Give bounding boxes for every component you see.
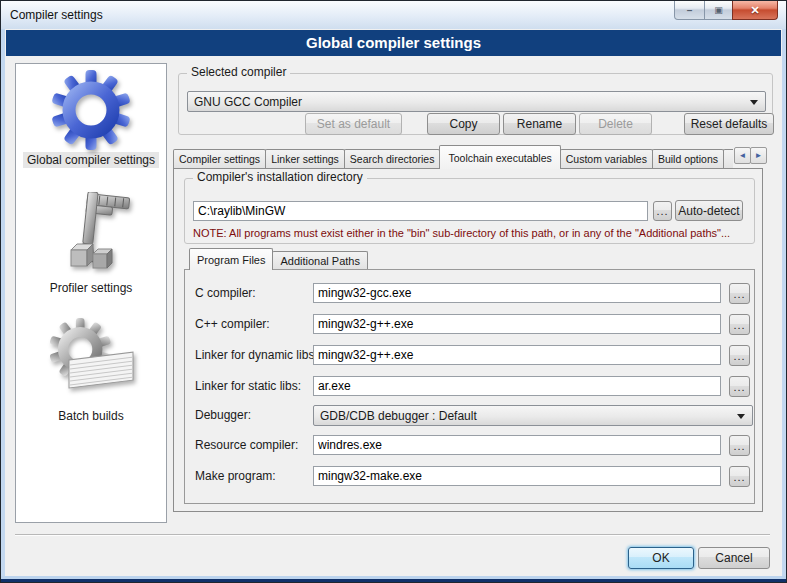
window-title: Compiler settings bbox=[10, 8, 103, 22]
installation-directory-group-label: Compiler's installation directory bbox=[193, 170, 367, 184]
toolchain-executables-panel: Compiler's installation directory ... Au… bbox=[173, 168, 763, 512]
directory-browse-button[interactable]: ... bbox=[653, 201, 672, 221]
field-label: Linker for static libs: bbox=[195, 379, 301, 393]
sidebar-item-batch-builds[interactable]: Batch builds bbox=[45, 318, 137, 424]
main-tabs: Compiler settings Linker settings Search… bbox=[173, 144, 767, 169]
c-compiler-input[interactable] bbox=[313, 283, 721, 303]
field-label: Debugger: bbox=[195, 408, 251, 422]
installation-directory-input[interactable] bbox=[193, 201, 648, 221]
tab-scroll-left-button[interactable]: ◄ bbox=[734, 147, 751, 164]
make-program-browse-button[interactable]: ... bbox=[729, 466, 750, 487]
close-button[interactable]: ✕ bbox=[732, 1, 778, 20]
window-bottom-edge bbox=[1, 576, 786, 582]
cpp-compiler-input[interactable] bbox=[313, 314, 721, 334]
reset-defaults-button[interactable]: Reset defaults bbox=[684, 113, 774, 135]
linker-dynamic-input[interactable] bbox=[313, 345, 721, 365]
cpp-compiler-browse-button[interactable]: ... bbox=[729, 314, 750, 335]
sidebar-item-global-compiler-settings[interactable]: Global compiler settings bbox=[23, 70, 159, 168]
page-title: Global compiler settings bbox=[6, 30, 781, 56]
tab-linker-settings[interactable]: Linker settings bbox=[265, 149, 345, 169]
debugger-select-value: GDB/CDB debugger : Default bbox=[320, 409, 477, 423]
resource-compiler-browse-button[interactable]: ... bbox=[729, 435, 750, 456]
ok-button[interactable]: OK bbox=[628, 547, 694, 569]
tab-build-options[interactable]: Build options bbox=[652, 149, 724, 169]
field-label: Make program: bbox=[195, 469, 276, 483]
minimize-icon: – bbox=[687, 5, 693, 16]
make-program-input[interactable] bbox=[313, 466, 721, 486]
close-icon: ✕ bbox=[750, 4, 759, 17]
form-row-c-compiler: C compiler: ... bbox=[185, 283, 754, 305]
arrow-right-icon: ► bbox=[755, 151, 763, 160]
set-as-default-button[interactable]: Set as default bbox=[305, 113, 402, 135]
copy-button[interactable]: Copy bbox=[427, 113, 500, 135]
tab-search-directories[interactable]: Search directories bbox=[344, 149, 441, 169]
sidebar-item-profiler-settings[interactable]: Profiler settings bbox=[46, 192, 137, 296]
sidebar-item-label: Batch builds bbox=[54, 408, 127, 424]
compiler-select[interactable]: GNU GCC Compiler bbox=[187, 91, 766, 112]
field-label: C++ compiler: bbox=[195, 317, 270, 331]
linker-static-browse-button[interactable]: ... bbox=[729, 376, 750, 397]
debugger-select[interactable]: GDB/CDB debugger : Default bbox=[313, 405, 753, 426]
field-label: C compiler: bbox=[195, 286, 256, 300]
footer-separator bbox=[15, 534, 770, 536]
sidebar-item-label: Global compiler settings bbox=[23, 152, 159, 168]
blue-gear-icon bbox=[51, 70, 131, 150]
form-row-make-program: Make program: ... bbox=[185, 466, 754, 488]
resource-compiler-input[interactable] bbox=[313, 435, 721, 455]
tab-toolchain-executables[interactable]: Toolchain executables bbox=[439, 145, 560, 169]
form-row-linker-static: Linker for static libs: ... bbox=[185, 376, 754, 398]
sidebar: Global compiler settings bbox=[15, 63, 167, 523]
sub-tabs: Program Files Additional Paths bbox=[189, 248, 367, 270]
directory-note: NOTE: All programs must exist either in … bbox=[193, 227, 730, 239]
dialog-body: Global compiler settings bbox=[5, 29, 782, 576]
installation-directory-group: Compiler's installation directory ... Au… bbox=[184, 178, 755, 244]
caliper-icon bbox=[49, 192, 133, 278]
field-label: Resource compiler: bbox=[195, 438, 298, 452]
selected-compiler-group-label: Selected compiler bbox=[187, 65, 290, 79]
form-row-cpp-compiler: C++ compiler: ... bbox=[185, 314, 754, 336]
auto-detect-button[interactable]: Auto-detect bbox=[675, 200, 743, 221]
form-row-linker-dynamic: Linker for dynamic libs: ... bbox=[185, 345, 754, 367]
maximize-button[interactable]: ▣ bbox=[704, 1, 733, 20]
gray-gear-stack-icon bbox=[45, 318, 137, 406]
cancel-button[interactable]: Cancel bbox=[698, 547, 770, 569]
tab-scroll-controls: ◄ ► bbox=[735, 144, 767, 169]
window-controls: – ▣ ✕ bbox=[675, 1, 778, 20]
arrow-left-icon: ◄ bbox=[739, 151, 747, 160]
delete-button[interactable]: Delete bbox=[579, 113, 652, 135]
chevron-down-icon bbox=[737, 414, 745, 419]
linker-dynamic-browse-button[interactable]: ... bbox=[729, 345, 750, 366]
tab-partial[interactable] bbox=[723, 149, 733, 169]
tab-scroll-right-button[interactable]: ► bbox=[750, 147, 767, 164]
tab-custom-variables[interactable]: Custom variables bbox=[560, 149, 653, 169]
subtab-additional-paths[interactable]: Additional Paths bbox=[272, 251, 368, 270]
tab-compiler-settings[interactable]: Compiler settings bbox=[173, 149, 266, 169]
titlebar[interactable]: Compiler settings – ▣ ✕ bbox=[1, 1, 786, 29]
compiler-settings-dialog: Compiler settings – ▣ ✕ Global compiler … bbox=[0, 0, 787, 583]
compiler-select-value: GNU GCC Compiler bbox=[194, 95, 302, 109]
form-row-debugger: Debugger: GDB/CDB debugger : Default bbox=[185, 405, 754, 427]
form-row-resource-compiler: Resource compiler: ... bbox=[185, 435, 754, 457]
program-files-panel: C compiler: ... C++ compiler: ... Linker… bbox=[184, 269, 755, 504]
subtab-program-files[interactable]: Program Files bbox=[189, 248, 273, 270]
chevron-down-icon bbox=[750, 100, 758, 105]
selected-compiler-group: Selected compiler GNU GCC Compiler Set a… bbox=[178, 73, 773, 135]
linker-static-input[interactable] bbox=[313, 376, 721, 396]
tab-strip: Compiler settings Linker settings Search… bbox=[173, 144, 733, 169]
field-label: Linker for dynamic libs: bbox=[195, 348, 318, 362]
maximize-icon: ▣ bbox=[714, 5, 723, 15]
minimize-button[interactable]: – bbox=[674, 1, 705, 20]
rename-button[interactable]: Rename bbox=[503, 113, 576, 135]
sidebar-item-label: Profiler settings bbox=[46, 280, 137, 296]
c-compiler-browse-button[interactable]: ... bbox=[729, 283, 750, 304]
